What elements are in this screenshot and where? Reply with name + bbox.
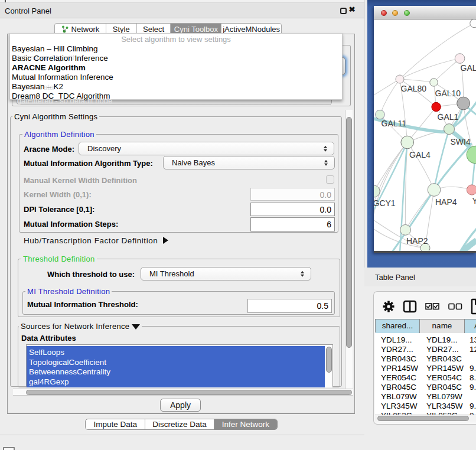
svg-text:GAL4: GAL4: [409, 150, 431, 159]
svg-text:GAL7: GAL7: [461, 63, 476, 73]
svg-text:Y: Y: [472, 196, 476, 206]
svg-text:HAP2: HAP2: [406, 236, 428, 246]
svg-text:GAL10: GAL10: [435, 89, 461, 98]
svg-text:GCY1: GCY1: [374, 198, 396, 208]
svg-text:GAL11: GAL11: [382, 119, 407, 128]
svg-text:HAP4: HAP4: [435, 197, 457, 207]
svg-text:SWI4: SWI4: [451, 137, 471, 146]
svg-text:GAL1: GAL1: [438, 112, 459, 122]
svg-text:GAL80: GAL80: [401, 84, 427, 93]
